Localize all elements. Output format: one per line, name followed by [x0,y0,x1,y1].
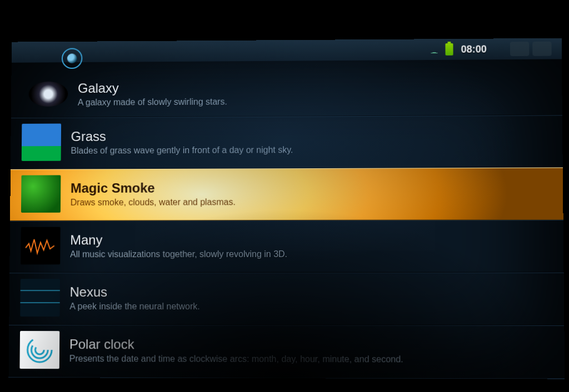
nav-ghost-icon [510,42,529,56]
item-title: Nexus [70,284,553,300]
item-desc: A galaxy made of slowly swirling stars. [78,95,551,107]
list-item-nexus[interactable]: Nexus A peek inside the neural network. [9,273,564,325]
status-bar: 08:00 [12,38,562,63]
smoke-thumb-icon [21,175,61,213]
list-item-magic-smoke[interactable]: Magic Smoke Draws smoke, clouds, water a… [10,167,563,220]
clock-text: 08:00 [461,43,486,55]
polar-clock-thumb-icon [19,331,59,369]
svg-point-2 [35,345,44,354]
item-title: Polar clock [69,336,553,353]
list-item-galaxy[interactable]: Galaxy A galaxy made of slowly swirling … [11,70,562,118]
item-desc: A peek inside the neural network. [69,301,552,312]
nav-ghost-icon [532,42,552,56]
list-item-grass[interactable]: Grass Blades of grass wave gently in fro… [11,115,563,169]
item-desc: Presents the date and time as clockwise … [69,354,553,365]
wallpaper-list[interactable]: Galaxy A galaxy made of slowly swirling … [8,70,565,379]
many-thumb-icon [21,227,61,265]
svg-point-1 [31,341,48,358]
grass-thumb-icon [22,124,61,161]
galaxy-thumb-icon [28,82,68,107]
nexus-thumb-icon [20,279,60,316]
list-item-polar-clock[interactable]: Polar clock Presents the date and time a… [8,325,565,379]
app-orb-icon [62,48,83,69]
item-title: Magic Smoke [71,179,552,195]
battery-icon [445,43,453,56]
screen: 08:00 Galaxy A galaxy made of slowly swi… [8,38,565,379]
item-desc: Blades of grass wave gently in front of … [71,144,551,155]
wifi-icon [428,46,440,53]
item-title: Grass [71,127,552,144]
item-title: Galaxy [78,78,551,96]
item-desc: Draws smoke, clouds, water and plasmas. [71,196,552,207]
item-desc: All music visualizations together, slowl… [70,249,552,259]
item-title: Many [70,232,552,248]
list-item-many[interactable]: Many All music visualizations together, … [9,220,563,273]
